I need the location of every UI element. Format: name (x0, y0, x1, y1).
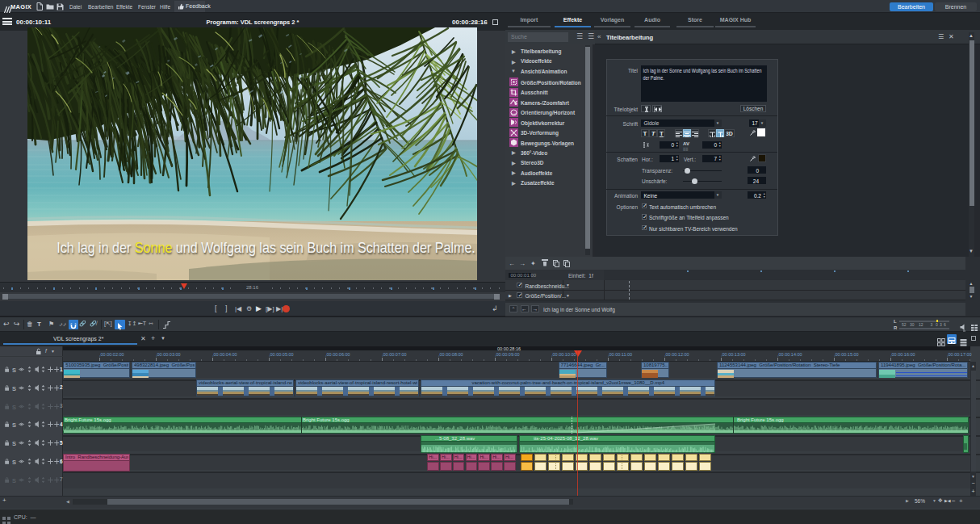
svg-text:S: S (12, 440, 16, 447)
svg-text:S: S (12, 367, 16, 374)
svg-text:S: S (12, 476, 16, 484)
svg-text:S: S (12, 403, 16, 410)
svg-text:S: S (12, 384, 16, 392)
svg-text:S: S (12, 459, 16, 466)
svg-text:S: S (12, 421, 16, 429)
